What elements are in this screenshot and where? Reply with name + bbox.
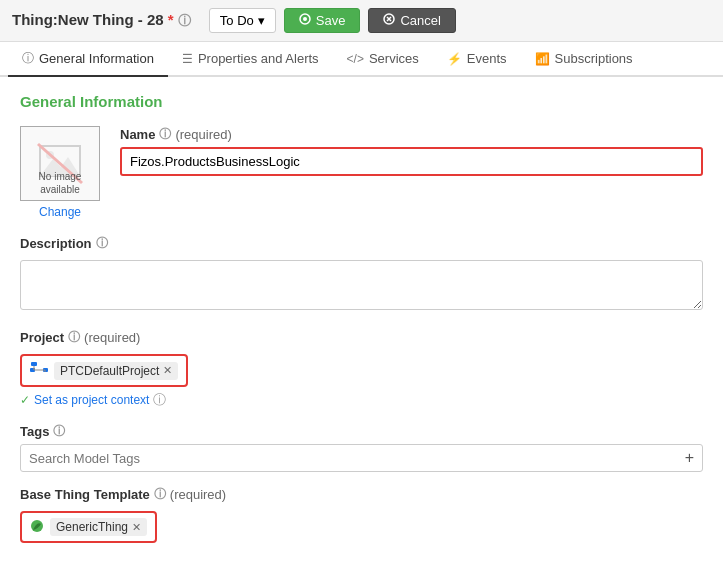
set-context-help-icon[interactable]: ⓘ	[153, 391, 166, 409]
tags-help-icon[interactable]: ⓘ	[53, 423, 65, 440]
title-help-icon[interactable]: ⓘ	[178, 13, 191, 28]
name-field-wrapper: Name ⓘ (required)	[120, 126, 703, 176]
checkmark-icon: ✓	[20, 393, 30, 407]
title-text: Thing:New Thing - 28	[12, 11, 164, 28]
tab-properties-alerts[interactable]: ☰ Properties and Alerts	[168, 42, 333, 77]
cancel-button[interactable]: Cancel	[368, 8, 455, 33]
tab-events-label: Events	[467, 51, 507, 66]
project-field-box: PTCDefaultProject ✕	[20, 354, 188, 387]
description-section: Description ⓘ	[20, 235, 703, 313]
set-context-link[interactable]: ✓ Set as project context ⓘ	[20, 391, 703, 409]
base-thing-field-box: GenericThing ✕	[20, 511, 157, 543]
name-required-text: (required)	[175, 127, 231, 142]
lightning-icon: ⚡	[447, 52, 462, 66]
image-box-wrapper: No image available Change	[20, 126, 100, 219]
status-label: To Do	[220, 13, 254, 28]
tab-general-information[interactable]: ⓘ General Information	[8, 42, 168, 77]
description-label: Description ⓘ	[20, 235, 703, 252]
tags-label: Tags ⓘ	[20, 423, 703, 440]
info-icon: ⓘ	[22, 50, 34, 67]
save-circle-icon	[299, 13, 311, 28]
list-icon: ☰	[182, 52, 193, 66]
image-name-row: No image available Change Name ⓘ (requir…	[20, 126, 703, 219]
tags-section: Tags ⓘ +	[20, 423, 703, 472]
base-thing-help-icon[interactable]: ⓘ	[154, 486, 166, 503]
description-label-text: Description	[20, 236, 92, 251]
base-thing-label-text: Base Thing Template	[20, 487, 150, 502]
page-title: Thing:New Thing - 28 * ⓘ	[12, 11, 191, 30]
leaf-icon	[30, 519, 44, 533]
tags-search-input[interactable]	[29, 451, 685, 466]
header-bar: Thing:New Thing - 28 * ⓘ To Do ▾ Save Ca…	[0, 0, 723, 42]
project-remove-icon[interactable]: ✕	[163, 364, 172, 377]
nav-tabs: ⓘ General Information ☰ Properties and A…	[0, 42, 723, 77]
project-value-chip: PTCDefaultProject ✕	[54, 362, 178, 380]
project-help-icon[interactable]: ⓘ	[68, 329, 80, 346]
project-section: Project ⓘ (required) PTCDefaultProject ✕	[20, 329, 703, 409]
tab-properties-label: Properties and Alerts	[198, 51, 319, 66]
svg-rect-9	[31, 362, 37, 366]
save-button[interactable]: Save	[284, 8, 361, 33]
base-thing-value-chip: GenericThing ✕	[50, 518, 147, 536]
modified-indicator: *	[168, 11, 174, 28]
no-image-text: No image available	[21, 170, 99, 196]
tab-services[interactable]: </> Services	[333, 42, 433, 77]
project-label: Project ⓘ (required)	[20, 329, 703, 346]
tags-label-text: Tags	[20, 424, 49, 439]
set-context-label: Set as project context	[34, 393, 149, 407]
tab-events[interactable]: ⚡ Events	[433, 42, 521, 77]
thing-image: No image available	[20, 126, 100, 201]
tags-add-icon[interactable]: +	[685, 449, 694, 467]
description-textarea[interactable]	[20, 260, 703, 310]
description-help-icon[interactable]: ⓘ	[96, 235, 108, 252]
generic-thing-icon	[30, 519, 44, 536]
dropdown-chevron-icon: ▾	[258, 13, 265, 28]
project-required-text: (required)	[84, 330, 140, 345]
svg-point-1	[303, 17, 307, 21]
header-actions: To Do ▾ Save Cancel	[209, 8, 456, 33]
tags-input-wrapper: +	[20, 444, 703, 472]
code-icon: </>	[347, 52, 364, 66]
tab-subscriptions[interactable]: 📶 Subscriptions	[521, 42, 647, 77]
cancel-circle-icon	[383, 13, 395, 28]
name-label-text: Name	[120, 127, 155, 142]
tab-subscriptions-label: Subscriptions	[555, 51, 633, 66]
base-thing-required-text: (required)	[170, 487, 226, 502]
name-label: Name ⓘ (required)	[120, 126, 703, 143]
project-icon	[30, 361, 48, 380]
base-thing-section: Base Thing Template ⓘ (required) Generic…	[20, 486, 703, 543]
cancel-label: Cancel	[400, 13, 440, 28]
save-label: Save	[316, 13, 346, 28]
base-thing-remove-icon[interactable]: ✕	[132, 521, 141, 534]
name-input[interactable]	[120, 147, 703, 176]
project-label-text: Project	[20, 330, 64, 345]
status-button[interactable]: To Do ▾	[209, 8, 276, 33]
base-thing-label: Base Thing Template ⓘ (required)	[20, 486, 703, 503]
signal-icon: 📶	[535, 52, 550, 66]
project-tree-icon	[30, 361, 48, 377]
tab-services-label: Services	[369, 51, 419, 66]
section-title: General Information	[20, 93, 703, 110]
main-content: General Information No image available C…	[0, 77, 723, 565]
project-value-text: PTCDefaultProject	[60, 364, 159, 378]
name-help-icon[interactable]: ⓘ	[159, 126, 171, 143]
change-image-link[interactable]: Change	[39, 205, 81, 219]
tab-general-label: General Information	[39, 51, 154, 66]
base-thing-value-text: GenericThing	[56, 520, 128, 534]
